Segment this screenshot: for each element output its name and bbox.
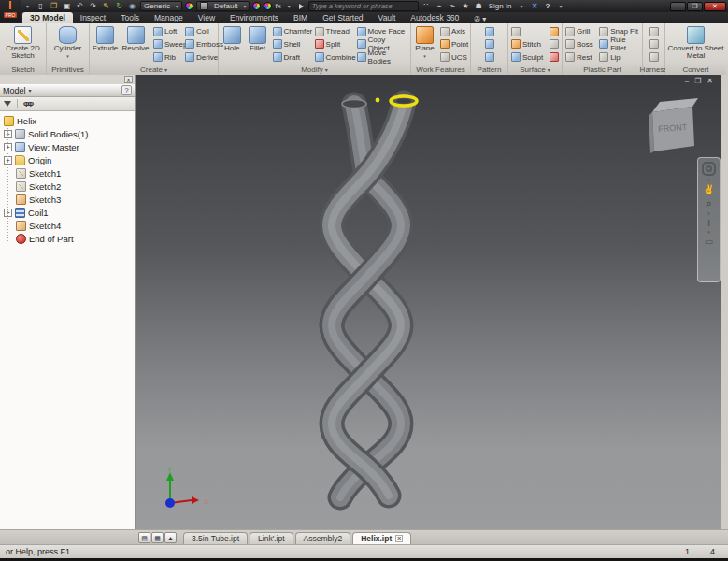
- draft-button[interactable]: Draft: [271, 51, 312, 64]
- save-icon[interactable]: [62, 2, 72, 11]
- viewport-canvas[interactable]: – ❐ ✕ FRONT: [136, 75, 721, 529]
- tab-get-started[interactable]: Get Started: [315, 12, 370, 23]
- sculpt-button[interactable]: Sculpt: [509, 51, 547, 64]
- harness-route-button[interactable]: [648, 25, 661, 37]
- thread-button[interactable]: Thread: [313, 25, 354, 37]
- navbar-divider-caret-icon[interactable]: [707, 179, 711, 181]
- rib-button[interactable]: Rib: [151, 51, 182, 64]
- tree-item-sketch3[interactable]: Sketch3: [4, 193, 135, 206]
- undo-icon[interactable]: [75, 2, 85, 11]
- pan-hand-icon[interactable]: [701, 184, 717, 194]
- tab-autodesk-360[interactable]: Autodesk 360: [403, 12, 466, 23]
- navbar-divider-caret-icon[interactable]: [707, 231, 711, 234]
- tab-tools[interactable]: Tools: [113, 12, 147, 23]
- doc-tab-helix[interactable]: Helix.ipt x: [352, 532, 411, 544]
- revolve-button[interactable]: Revolve: [121, 24, 150, 65]
- harness-wire-button[interactable]: [648, 51, 661, 64]
- boundary-patch-button[interactable]: [548, 25, 561, 37]
- cylinder-button[interactable]: Cylinder: [48, 24, 88, 65]
- cascade-windows-icon[interactable]: ▤: [138, 532, 150, 543]
- combine-button[interactable]: Combine: [313, 51, 354, 64]
- tree-item-sketch1[interactable]: Sketch1: [4, 166, 135, 180]
- point-button[interactable]: Point: [438, 38, 469, 50]
- rest-button[interactable]: Rest: [564, 51, 596, 64]
- new-file-icon[interactable]: [36, 2, 46, 11]
- browser-close-icon[interactable]: x: [124, 76, 133, 83]
- parameters-fx-button[interactable]: fx: [275, 2, 280, 10]
- hole-button[interactable]: Hole: [220, 24, 244, 65]
- help-icon[interactable]: [543, 2, 553, 11]
- iproperties-icon[interactable]: [127, 2, 137, 11]
- delete-face-button[interactable]: [548, 51, 561, 64]
- tab-environments[interactable]: Environments: [222, 12, 286, 23]
- minimize-button[interactable]: –: [670, 2, 686, 11]
- harness-segment-button[interactable]: [648, 38, 661, 50]
- open-file-icon[interactable]: [49, 2, 59, 11]
- boss-button[interactable]: Boss: [564, 38, 596, 50]
- sweep-button[interactable]: Sweep: [151, 38, 182, 50]
- navigation-wheel-icon[interactable]: [702, 162, 716, 176]
- doc-tab-tube[interactable]: 3.5in Tube.ipt: [183, 532, 248, 544]
- inventor-logo[interactable]: I PRO: [0, 0, 21, 22]
- doc-restore-icon[interactable]: ❐: [694, 77, 701, 85]
- grill-button[interactable]: Grill: [564, 25, 596, 37]
- rule-fillet-button[interactable]: Rule Fillet: [597, 38, 641, 50]
- exchange-apps-icon[interactable]: [530, 2, 540, 11]
- convert-to-sheet-metal-button[interactable]: Convert to Sheet Metal: [667, 24, 725, 65]
- subscription-icon[interactable]: [435, 2, 445, 11]
- ucs-button[interactable]: UCS: [438, 51, 469, 64]
- circular-pattern-button[interactable]: [483, 38, 496, 50]
- axis-button[interactable]: Axis: [438, 25, 469, 37]
- group-label-modify[interactable]: Modify: [219, 65, 410, 75]
- send-feedback-icon[interactable]: [448, 2, 458, 11]
- thicken-offset-button[interactable]: [509, 25, 547, 37]
- close-button[interactable]: ✕: [704, 2, 726, 11]
- split-button[interactable]: Split: [313, 38, 354, 50]
- tab-inspect[interactable]: Inspect: [73, 12, 113, 23]
- color-wheel-icon[interactable]: [185, 2, 193, 10]
- lip-button[interactable]: Lip: [597, 51, 641, 64]
- tree-item-origin[interactable]: + Origin: [4, 153, 135, 166]
- clear-appearance-icon[interactable]: [264, 2, 272, 10]
- appearance-select[interactable]: Default ▾: [196, 1, 250, 11]
- zoom-icon[interactable]: [701, 197, 717, 209]
- tab-manage[interactable]: Manage: [147, 12, 191, 23]
- extrude-button[interactable]: Extrude: [91, 24, 120, 65]
- update-icon[interactable]: [114, 2, 124, 11]
- tree-item-sketch2[interactable]: Sketch2: [4, 180, 135, 193]
- tab-vault[interactable]: Vault: [371, 12, 404, 23]
- render-camera-icon[interactable]: [474, 15, 486, 23]
- create-2d-sketch-button[interactable]: Create 2D Sketch: [1, 24, 45, 65]
- tile-windows-icon[interactable]: ▦: [151, 532, 164, 543]
- return-to-sketch-icon[interactable]: [101, 2, 111, 11]
- adjust-color-icon[interactable]: [252, 2, 261, 10]
- sign-in-caret-icon[interactable]: [517, 2, 527, 11]
- tree-item-solid-bodies[interactable]: + Solid Bodies(1): [4, 127, 135, 140]
- tab-list-arrow-icon[interactable]: ▲: [164, 532, 177, 543]
- tree-item-end-of-part[interactable]: End of Part: [4, 232, 135, 245]
- plane-button[interactable]: Plane: [412, 24, 437, 65]
- group-label-surface[interactable]: Surface: [508, 65, 562, 75]
- app-menu-caret-icon[interactable]: [22, 2, 33, 11]
- search-binoculars-icon[interactable]: [23, 100, 32, 108]
- help-caret-icon[interactable]: [556, 2, 566, 11]
- look-at-icon[interactable]: [701, 237, 717, 247]
- move-bodies-button[interactable]: Move Bodies: [355, 51, 409, 64]
- derive-button[interactable]: Derive: [183, 51, 217, 64]
- search-input[interactable]: [308, 1, 419, 11]
- redo-icon[interactable]: [88, 2, 98, 11]
- mirror-button[interactable]: [483, 51, 496, 64]
- group-label-create[interactable]: Create: [90, 65, 218, 75]
- tab-3d-model[interactable]: 3D Model: [22, 12, 73, 23]
- browser-help-icon[interactable]: ?: [121, 85, 132, 95]
- shell-button[interactable]: Shell: [271, 38, 312, 50]
- sign-in-button[interactable]: Sign In: [489, 2, 512, 10]
- trim-button[interactable]: [548, 38, 561, 50]
- help-topics-arrow-icon[interactable]: [299, 4, 304, 9]
- browser-title-caret-icon[interactable]: ▾: [29, 87, 32, 94]
- chamfer-button[interactable]: Chamfer: [271, 25, 312, 37]
- coil-button[interactable]: Coil: [183, 25, 217, 37]
- loft-button[interactable]: Loft: [151, 25, 182, 37]
- orbit-icon[interactable]: [701, 218, 717, 228]
- doc-tab-assembly2[interactable]: Assembly2: [295, 532, 351, 544]
